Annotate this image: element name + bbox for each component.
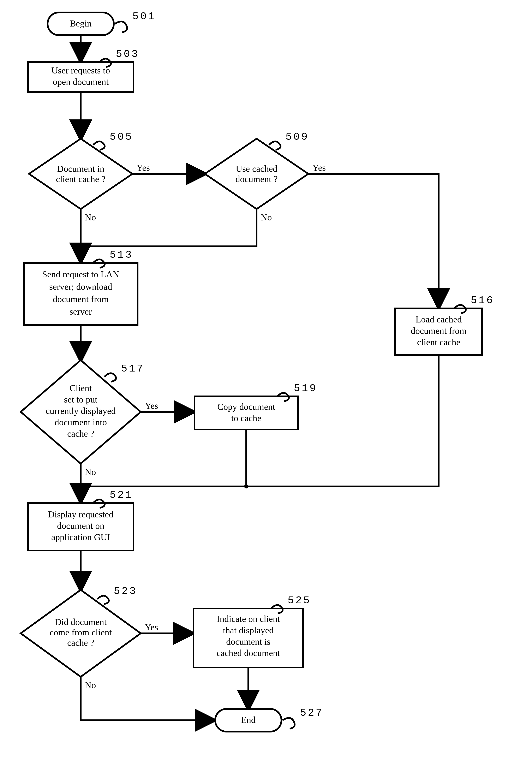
svg-text:server: server	[69, 307, 92, 317]
svg-text:document is: document is	[226, 637, 271, 647]
svg-text:client cache ?: client cache ?	[56, 174, 105, 184]
svg-point-9	[79, 484, 83, 488]
svg-text:User requests to: User requests to	[51, 65, 110, 76]
svg-point-10	[244, 484, 248, 488]
svg-text:Send request to LAN: Send request to LAN	[42, 269, 119, 279]
svg-text:document from: document from	[53, 294, 109, 304]
svg-text:server; download: server; download	[49, 282, 112, 292]
ref-503: 503	[116, 48, 139, 60]
node-509: Use cached document ?	[205, 139, 308, 209]
node-end: End	[215, 709, 281, 732]
node-517: Client set to put currently displayed do…	[21, 360, 141, 464]
ref-519: 519	[294, 383, 317, 394]
edge-509-no: No	[261, 212, 272, 223]
svg-text:cached document: cached document	[217, 648, 280, 658]
node-begin: Begin	[48, 12, 114, 35]
svg-text:cache ?: cache ?	[67, 429, 94, 439]
node-521: Display requested document on applicatio…	[28, 503, 134, 551]
ref-523: 523	[114, 585, 137, 597]
edge-517-yes: Yes	[145, 401, 158, 411]
ref-505: 505	[110, 131, 133, 143]
ref-509: 509	[285, 131, 309, 143]
svg-text:currently displayed: currently displayed	[46, 406, 116, 416]
svg-rect-39	[195, 396, 298, 429]
svg-text:Copy document: Copy document	[217, 402, 275, 412]
svg-text:document into: document into	[55, 417, 107, 427]
edge-505-yes: Yes	[137, 163, 150, 173]
svg-text:document from: document from	[411, 326, 467, 336]
ref-513: 513	[110, 249, 133, 261]
edge-523-no: No	[85, 680, 96, 690]
node-513: Send request to LAN server; download doc…	[24, 263, 138, 325]
svg-text:Indicate on client: Indicate on client	[217, 614, 280, 624]
ref-527: 527	[300, 707, 324, 719]
svg-text:Use cached: Use cached	[236, 164, 278, 174]
ref-525: 525	[288, 595, 311, 607]
svg-text:open document: open document	[53, 77, 109, 87]
svg-text:to cache: to cache	[231, 413, 261, 423]
ref-516: 516	[471, 295, 494, 306]
svg-text:Client: Client	[69, 383, 92, 393]
svg-text:client cache: client cache	[417, 337, 460, 347]
edge-523-yes: Yes	[145, 622, 158, 632]
svg-text:Display requested: Display requested	[48, 509, 113, 520]
flowchart: Begin 501 User requests to open document…	[0, 0, 532, 784]
node-523: Did document come from client cache ?	[21, 590, 141, 677]
begin-label: Begin	[70, 19, 91, 29]
edge-517-no: No	[85, 467, 96, 477]
svg-point-4	[79, 244, 83, 248]
edge-509-yes: Yes	[312, 163, 326, 173]
ref-517: 517	[121, 363, 145, 374]
ref-501: 501	[133, 10, 156, 22]
svg-text:document ?: document ?	[235, 174, 278, 184]
svg-text:Did document: Did document	[55, 617, 107, 627]
svg-text:Load cached: Load cached	[416, 314, 462, 325]
node-503: User requests to open document	[28, 62, 134, 92]
ref-521: 521	[110, 489, 133, 501]
svg-text:cache ?: cache ?	[67, 638, 94, 648]
node-525: Indicate on client that displayed docume…	[194, 609, 303, 668]
svg-text:Document in: Document in	[57, 164, 105, 174]
svg-text:application GUI: application GUI	[51, 532, 110, 542]
node-519: Copy document to cache	[195, 396, 298, 429]
edge-505-no: No	[85, 212, 96, 223]
svg-text:document on: document on	[57, 521, 105, 531]
svg-text:set to put: set to put	[64, 394, 97, 404]
svg-text:that displayed: that displayed	[223, 625, 274, 635]
svg-text:come from client: come from client	[50, 627, 112, 638]
end-label: End	[241, 715, 256, 725]
node-505: Document in client cache ?	[29, 139, 133, 209]
node-516: Load cached document from client cache	[395, 308, 482, 355]
